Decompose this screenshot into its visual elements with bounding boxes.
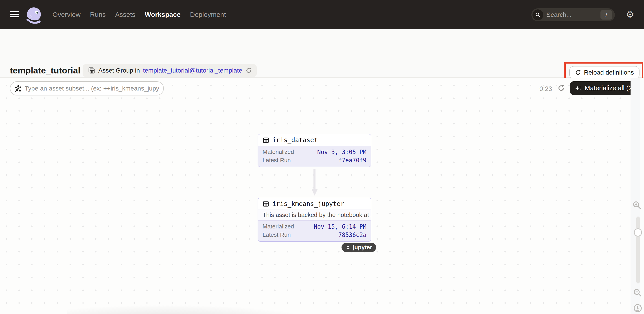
graph-refresh-icon[interactable] [558,84,565,92]
materialized-value[interactable]: Nov 15, 6:14 PM [314,223,366,230]
asset-node-body: Materialized Nov 3, 3:05 PM Latest Run f… [258,146,371,167]
materialized-row: Materialized Nov 3, 3:05 PM [262,148,366,156]
op-selector-icon [15,85,22,92]
table-icon [262,201,269,207]
zoom-slider[interactable] [636,216,640,283]
asset-name: iris_dataset [272,136,318,144]
asset-group-link[interactable]: template_tutorial@tutorial_template [143,67,242,74]
latest-run-row: Latest Run f7ea70f9 [262,156,366,164]
search-input[interactable] [546,11,600,19]
page-header: template_tutorial Asset Group in templat… [0,29,644,78]
page-title: template_tutorial [10,66,80,76]
materialized-row: Materialized Nov 15, 6:14 PM [262,222,366,231]
materialized-label: Materialized [262,148,294,155]
zoom-in-icon[interactable] [632,201,641,210]
asset-name: iris_kmeans_jupyter [272,200,344,207]
asset-node-iris-kmeans-jupyter[interactable]: iris_kmeans_jupyter This asset is backed… [258,198,371,242]
materialized-value[interactable]: Nov 3, 3:05 PM [317,149,366,155]
asset-group-icon [88,67,95,74]
asset-description: This asset is backed by the notebook at … [258,210,371,220]
sparkle-icon [575,85,582,92]
table-icon [262,137,269,144]
settings-gear-icon[interactable]: ⚙ [626,10,634,20]
top-nav-bar: Overview Runs Assets Workspace Deploymen… [0,0,644,29]
jupyter-icon [345,245,351,250]
latest-run-value[interactable]: f7ea70f9 [338,157,366,164]
materialize-all-button[interactable]: Materialize all (2) [570,81,639,95]
lineage-edge [314,169,316,189]
nav-item-overview[interactable]: Overview [52,11,80,19]
global-search[interactable]: / [531,8,615,21]
menu-icon[interactable] [10,11,19,18]
zoom-out-icon[interactable] [633,288,642,297]
compute-kind-tag-jupyter[interactable]: jupyter [342,243,376,252]
zoom-slider-thumb[interactable] [634,228,642,236]
reload-definitions-button[interactable]: Reload definitions [569,66,640,79]
nav-item-workspace[interactable]: Workspace [145,11,181,19]
kind-tag-label: jupyter [353,244,372,251]
asset-node-header: iris_dataset [258,134,371,146]
materialize-all-label: Materialize all (2) [585,85,634,92]
dagster-logo-icon[interactable] [25,6,43,24]
latest-run-label: Latest Run [262,231,291,238]
latest-run-label: Latest Run [262,157,291,164]
reload-definitions-label: Reload definitions [584,69,634,76]
lineage-graph-canvas[interactable]: 0:23 Materialize all (2) iris_dataset Ma… [0,78,644,314]
search-shortcut-badge: / [600,10,612,20]
asset-group-label: Asset Group in [98,67,140,74]
nav-item-runs[interactable]: Runs [90,11,106,19]
asset-node-header: iris_kmeans_jupyter [258,198,371,210]
asset-group-breadcrumb: Asset Group in template_tutorial@tutoria… [82,64,257,77]
latest-run-value[interactable]: 78536c2a [338,232,366,238]
group-refresh-icon[interactable] [246,67,252,74]
bottom-shadow [67,291,516,314]
asset-node-iris-dataset[interactable]: iris_dataset Materialized Nov 3, 3:05 PM… [258,134,371,167]
rail-edge [640,78,644,314]
refresh-timer: 0:23 [540,85,552,93]
reload-icon [575,69,581,76]
nav-links: Overview Runs Assets Workspace Deploymen… [52,0,226,29]
latest-run-row: Latest Run 78536c2a [262,231,366,239]
asset-node-body: Materialized Nov 15, 6:14 PM Latest Run … [258,220,371,241]
search-icon [532,10,543,20]
download-image-icon[interactable] [633,304,642,313]
asset-subset-input[interactable] [25,85,162,92]
asset-subset-filter[interactable] [10,81,164,96]
nav-item-assets[interactable]: Assets [115,11,135,19]
nav-item-deployment[interactable]: Deployment [190,11,226,19]
materialized-label: Materialized [262,223,294,230]
lineage-edge-arrowhead [312,189,318,196]
